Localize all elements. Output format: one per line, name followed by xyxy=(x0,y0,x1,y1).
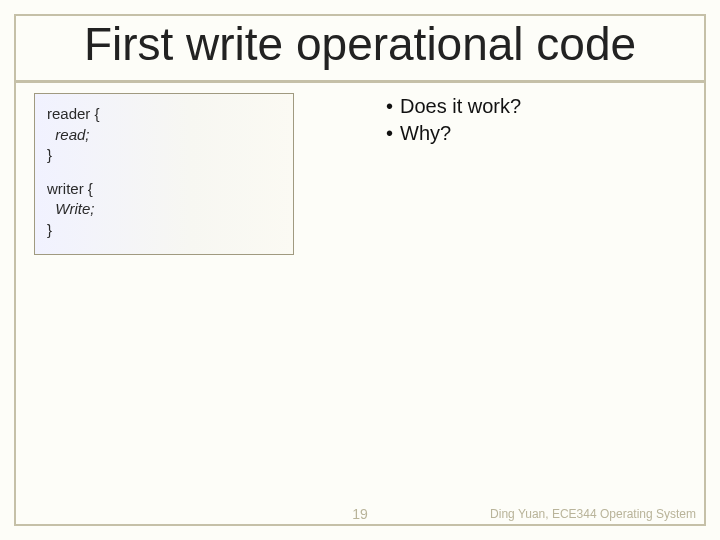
content-area: reader { read; } writer { Write; } • Doe… xyxy=(16,83,704,255)
attribution: Ding Yuan, ECE344 Operating System xyxy=(490,507,696,521)
question-list: • Does it work? • Why? xyxy=(386,93,521,147)
title-block: First write operational code xyxy=(16,16,704,80)
question-item: • Why? xyxy=(386,120,521,147)
writer-close: } xyxy=(47,221,52,238)
reader-close: } xyxy=(47,146,52,163)
page-number: 19 xyxy=(352,506,368,522)
question-text: Does it work? xyxy=(400,93,521,120)
code-box: reader { read; } writer { Write; } xyxy=(34,93,294,255)
question-item: • Does it work? xyxy=(386,93,521,120)
slide-title: First write operational code xyxy=(26,20,694,68)
writer-header: writer { xyxy=(47,180,93,197)
slide-frame: First write operational code reader { re… xyxy=(14,14,706,526)
reader-header: reader { xyxy=(47,105,100,122)
writer-block: writer { Write; } xyxy=(47,179,281,240)
bullet-icon: • xyxy=(386,93,400,120)
writer-body: Write; xyxy=(55,200,94,217)
question-text: Why? xyxy=(400,120,451,147)
footer: 19 Ding Yuan, ECE344 Operating System xyxy=(14,502,706,526)
bullet-icon: • xyxy=(386,120,400,147)
reader-body: read; xyxy=(55,126,89,143)
reader-block: reader { read; } xyxy=(47,104,281,165)
